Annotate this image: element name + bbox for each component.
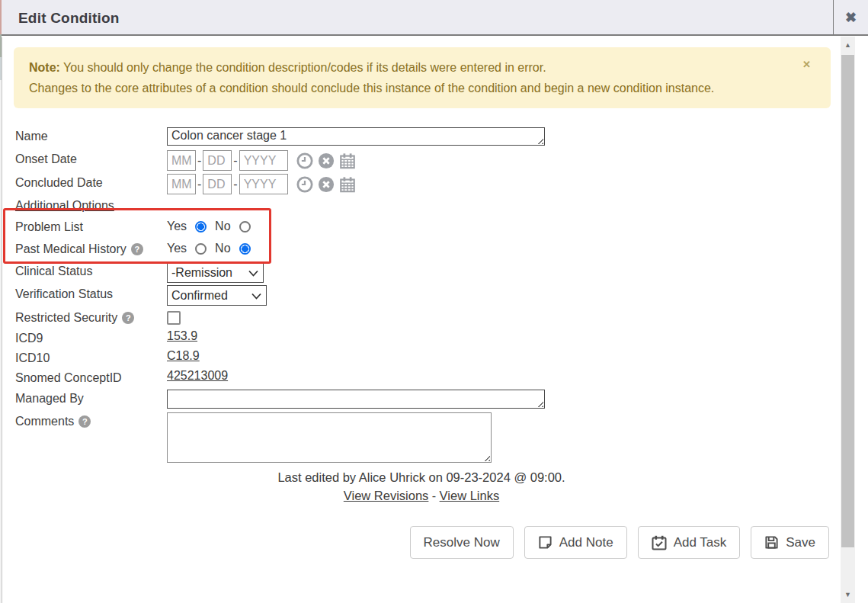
- clinical-status-label: Clinical Status: [15, 262, 167, 278]
- dialog-titlebar: Edit Condition ✖: [2, 0, 868, 36]
- close-icon: ✕: [802, 59, 811, 70]
- restricted-security-checkbox[interactable]: [167, 311, 181, 325]
- icd10-row: ICD10 C18.9: [2, 349, 841, 365]
- additional-options-link[interactable]: Additional Options: [15, 199, 114, 213]
- calendar-icon[interactable]: [339, 176, 356, 193]
- yes-option-label: Yes: [167, 220, 187, 233]
- calendar-check-icon: [652, 535, 667, 550]
- view-links-link[interactable]: View Links: [440, 489, 500, 502]
- date-separator: -: [233, 178, 237, 191]
- calendar-icon[interactable]: [339, 152, 356, 169]
- page-title: Edit Condition: [2, 0, 833, 34]
- icd9-link[interactable]: 153.9: [167, 329, 197, 343]
- resolve-now-button[interactable]: Resolve Now: [410, 526, 514, 559]
- yes-option-label: Yes: [167, 242, 187, 255]
- managed-by-label: Managed By: [15, 390, 167, 406]
- dialog-close-button[interactable]: ✖: [833, 0, 868, 34]
- dialog-button-bar: Resolve Now Add Note Add Task Save: [2, 526, 841, 559]
- icd10-label: ICD10: [15, 349, 167, 365]
- date-separator: -: [197, 178, 201, 191]
- snomed-label: Snomed ConceptID: [15, 369, 167, 385]
- name-label: Name: [15, 127, 167, 143]
- comments-row: Comments ?: [2, 412, 841, 463]
- clinical-status-select[interactable]: -Remission: [167, 262, 264, 283]
- note-icon: [538, 535, 553, 550]
- icd10-link[interactable]: C18.9: [167, 349, 200, 363]
- problem-list-label: Problem List: [15, 218, 167, 234]
- scroll-up-button[interactable]: ▲: [841, 41, 855, 49]
- concluded-day-input[interactable]: [203, 174, 232, 194]
- past-medical-history-label: Past Medical History: [15, 242, 127, 256]
- verification-status-select[interactable]: Confirmed: [167, 285, 267, 306]
- no-option-label: No: [215, 242, 230, 255]
- managed-by-field[interactable]: [167, 390, 545, 409]
- restricted-security-label: Restricted Security: [15, 311, 117, 325]
- add-task-button[interactable]: Add Task: [638, 526, 741, 559]
- clear-date-icon[interactable]: [318, 176, 335, 193]
- resolve-now-label: Resolve Now: [424, 535, 500, 550]
- restricted-security-row: Restricted Security ?: [2, 309, 841, 325]
- snomed-row: Snomed ConceptID 425213009: [2, 369, 841, 385]
- concluded-date-label: Concluded Date: [15, 174, 167, 190]
- snomed-concept-link[interactable]: 425213009: [167, 369, 228, 383]
- clock-icon[interactable]: [296, 152, 313, 169]
- comments-label: Comments: [15, 415, 74, 428]
- onset-year-input[interactable]: [239, 150, 288, 171]
- onset-month-input[interactable]: [167, 150, 196, 171]
- managed-by-row: Managed By: [2, 390, 841, 409]
- comments-field[interactable]: [167, 412, 492, 463]
- close-icon: ✖: [845, 9, 857, 26]
- scrollbar-thumb[interactable]: [841, 55, 854, 547]
- save-label: Save: [786, 535, 815, 550]
- clear-date-icon[interactable]: [318, 152, 335, 169]
- add-note-label: Add Note: [559, 535, 613, 550]
- icd9-label: ICD9: [15, 329, 167, 345]
- concluded-month-input[interactable]: [167, 174, 196, 194]
- onset-date-row: Onset Date - -: [2, 150, 841, 171]
- dialog-body: Note: You should only change the conditi…: [2, 37, 841, 603]
- vertical-scrollbar[interactable]: ▲ ▼: [841, 37, 855, 603]
- concluded-year-input[interactable]: [239, 174, 288, 194]
- scroll-down-button[interactable]: ▼: [841, 591, 855, 598]
- note-dismiss-button[interactable]: ✕: [802, 59, 811, 69]
- icd9-row: ICD9 153.9: [2, 329, 841, 345]
- help-icon[interactable]: ?: [78, 415, 91, 428]
- problem-list-no-radio[interactable]: [239, 221, 251, 233]
- note-label: Note:: [29, 61, 60, 74]
- onset-date-label: Onset Date: [15, 150, 167, 166]
- past-medical-history-row: Past Medical History ? Yes No: [2, 240, 841, 256]
- view-revisions-link[interactable]: View Revisions: [344, 489, 429, 502]
- additional-options-row: Additional Options: [2, 199, 841, 213]
- verification-status-label: Verification Status: [15, 285, 167, 301]
- note-text-1: You should only change the condition des…: [63, 61, 546, 74]
- clinical-status-row: Clinical Status -Remission: [2, 262, 841, 283]
- add-note-button[interactable]: Add Note: [524, 526, 627, 559]
- problem-list-yes-radio[interactable]: [195, 221, 207, 233]
- add-task-label: Add Task: [674, 535, 727, 550]
- clock-icon[interactable]: [296, 176, 313, 193]
- edit-condition-dialog: Edit Condition ✖ Note: You should only c…: [0, 0, 868, 603]
- onset-day-input[interactable]: [203, 150, 232, 171]
- save-button[interactable]: Save: [751, 526, 829, 559]
- help-icon[interactable]: ?: [131, 243, 143, 255]
- past-medical-history-no-radio[interactable]: [239, 243, 251, 255]
- date-separator: -: [233, 154, 237, 168]
- name-row: Name: [2, 127, 841, 146]
- annotated-section: Problem List Yes No Past Medical History…: [2, 218, 841, 256]
- footer-links: View Revisions - View Links: [2, 489, 841, 503]
- problem-list-row: Problem List Yes No: [2, 218, 841, 234]
- note-banner: Note: You should only change the conditi…: [14, 47, 831, 108]
- concluded-date-row: Concluded Date - -: [2, 174, 841, 194]
- last-edited-text: Last edited by Alice Uhrick on 09-23-202…: [2, 470, 841, 485]
- date-separator: -: [197, 154, 201, 168]
- help-icon[interactable]: ?: [122, 312, 134, 324]
- no-option-label: No: [215, 220, 230, 233]
- note-text-2: Changes to the core attributes of a cond…: [29, 82, 714, 95]
- save-icon: [764, 535, 779, 550]
- condition-form: Name Onset Date - -: [2, 127, 841, 559]
- name-field[interactable]: [167, 127, 545, 146]
- past-medical-history-yes-radio[interactable]: [195, 243, 207, 255]
- verification-status-row: Verification Status Confirmed: [2, 285, 841, 306]
- link-separator: -: [432, 489, 436, 502]
